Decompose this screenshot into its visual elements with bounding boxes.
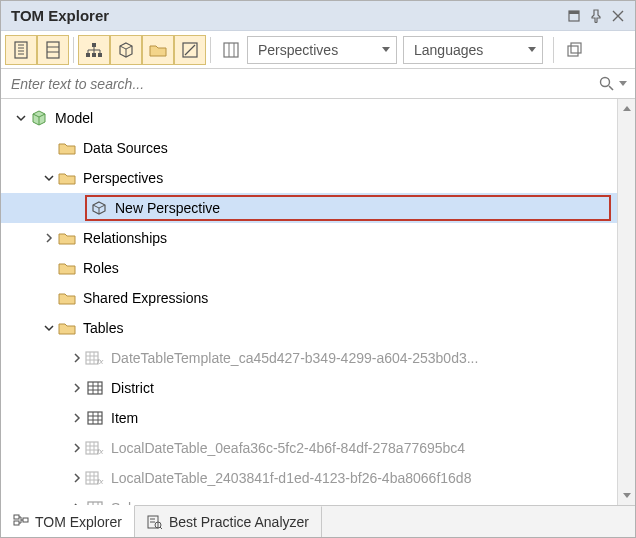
tree-item[interactable]: fxDateTableTemplate_ca45d427-b349-4299-a… [1,343,617,373]
chevron-right-icon[interactable] [69,443,85,453]
table-fx-icon: fx [85,468,105,488]
chevron-right-icon[interactable] [69,353,85,363]
toolbar-hierarchy-icon[interactable] [78,35,110,65]
folder-icon [57,138,77,158]
model-icon [29,108,49,128]
scroll-up-arrow[interactable] [618,99,635,117]
table-fx-icon: fx [85,348,105,368]
tree-item-label: LocalDateTable_2403841f-d1ed-4123-bf26-4… [111,470,471,486]
close-icon[interactable] [607,5,629,27]
svg-text:fx: fx [97,447,104,455]
svg-rect-18 [568,46,578,56]
toolbar-columns-icon[interactable] [215,35,247,65]
tree-view[interactable]: ModelData SourcesPerspectivesNew Perspec… [1,99,617,505]
tree-icon [13,514,29,530]
tab-tom-explorer[interactable]: TOM Explorer [1,505,135,537]
tree-item-label: Relationships [83,230,167,246]
tree-item-label: Perspectives [83,170,163,186]
perspectives-dropdown-label: Perspectives [258,42,338,58]
tree-item[interactable]: fxLocalDateTable_0eafa36c-5fc2-4b6f-84df… [1,433,617,463]
toolbar-cube-icon[interactable] [110,35,142,65]
svg-text:fx: fx [97,357,104,365]
toolbar-separator [73,37,74,63]
pin-icon[interactable] [585,5,607,27]
folder-icon [57,288,77,308]
svg-rect-50 [88,502,102,505]
tree-item[interactable]: Shared Expressions [1,283,617,313]
svg-rect-57 [23,518,28,522]
svg-rect-7 [47,42,59,58]
tree-item-label: Shared Expressions [83,290,208,306]
svg-text:fx: fx [97,477,104,485]
svg-rect-19 [571,43,581,53]
titlebar: TOM Explorer [1,1,635,31]
svg-rect-10 [92,43,96,47]
tree-item[interactable]: Data Sources [1,133,617,163]
svg-rect-13 [98,53,102,57]
svg-rect-28 [88,382,102,394]
selection-highlight: New Perspective [85,195,611,221]
tab-label: Best Practice Analyzer [169,514,309,530]
tree-item[interactable]: Item [1,403,617,433]
languages-dropdown[interactable]: Languages [403,36,543,64]
perspective-icon [89,198,109,218]
tree-item-label: Tables [83,320,123,336]
search-icon[interactable] [599,76,615,92]
scroll-down-arrow[interactable] [618,487,635,505]
chevron-down-icon[interactable] [41,323,57,333]
chevron-right-icon[interactable] [69,473,85,483]
window-position-icon[interactable] [563,5,585,27]
chevron-down-icon [528,47,536,53]
window-title: TOM Explorer [11,7,563,24]
table-icon [85,378,105,398]
tree-item[interactable]: Roles [1,253,617,283]
table-icon [85,408,105,428]
vertical-scrollbar[interactable] [617,99,635,505]
chevron-down-icon[interactable] [41,173,57,183]
tree-item[interactable]: Perspectives [1,163,617,193]
tree-item[interactable]: Relationships [1,223,617,253]
tree-item[interactable]: District [1,373,617,403]
search-input[interactable] [9,75,599,93]
tree-item[interactable]: Sales [1,493,617,505]
tree-item[interactable]: fxLocalDateTable_2403841f-d1ed-4123-bf26… [1,463,617,493]
scroll-track[interactable] [618,117,635,487]
svg-rect-56 [14,521,19,525]
table-fx-icon: fx [85,438,105,458]
tree-item[interactable]: Tables [1,313,617,343]
tree-container: ModelData SourcesPerspectivesNew Perspec… [1,99,635,505]
toolbar-measure-icon[interactable] [174,35,206,65]
perspectives-dropdown[interactable]: Perspectives [247,36,397,64]
tree-item[interactable]: New Perspective [1,193,617,223]
svg-rect-11 [86,53,90,57]
toolbar-btn-2[interactable] [37,35,69,65]
svg-rect-12 [92,53,96,57]
toolbar-popout-icon[interactable] [558,35,590,65]
svg-rect-55 [14,515,19,519]
tree-item-label: Data Sources [83,140,168,156]
tree-item-label: Roles [83,260,119,276]
tree-item[interactable]: Model [1,103,617,133]
chevron-down-icon[interactable] [13,113,29,123]
folder-icon [57,168,77,188]
table-icon [85,498,105,505]
toolbar-folder-icon[interactable] [142,35,174,65]
analyzer-icon [147,514,163,530]
toolbar-separator [553,37,554,63]
tab-best-practice-analyzer[interactable]: Best Practice Analyzer [135,506,322,537]
folder-icon [57,228,77,248]
toolbar-btn-1[interactable] [5,35,37,65]
folder-icon [57,258,77,278]
svg-rect-33 [88,412,102,424]
chevron-right-icon[interactable] [41,233,57,243]
svg-rect-1 [569,11,579,14]
toolbar-separator [210,37,211,63]
bottom-tab-strip: TOM Explorer Best Practice Analyzer [1,505,635,537]
folder-icon [57,318,77,338]
tree-item-label: Model [55,110,93,126]
search-dropdown-icon[interactable] [619,81,627,87]
svg-line-62 [160,527,162,529]
chevron-right-icon[interactable] [69,413,85,423]
tree-item-label: LocalDateTable_0eafa36c-5fc2-4b6f-84df-2… [111,440,465,456]
chevron-right-icon[interactable] [69,383,85,393]
